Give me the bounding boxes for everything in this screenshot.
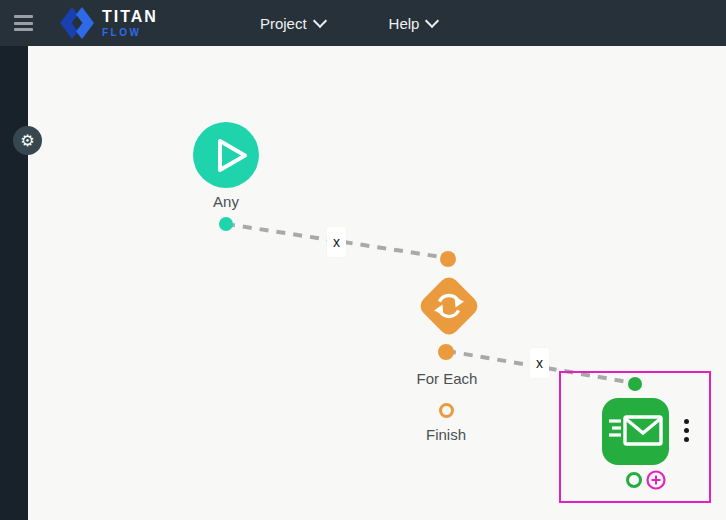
chevron-down-icon: [425, 14, 439, 28]
output-port-email[interactable]: [626, 472, 642, 488]
output-port-start[interactable]: [219, 217, 233, 231]
input-port-email[interactable]: [628, 377, 642, 391]
menu-help-label: Help: [389, 15, 420, 32]
left-sidebar-strip: [0, 46, 28, 520]
titan-diamond-logo-icon: [58, 4, 96, 42]
top-navigation-bar: TITAN FLOW Project Help: [0, 0, 726, 46]
chevron-down-icon: [313, 14, 327, 28]
menu-project[interactable]: Project: [260, 15, 325, 32]
send-email-icon: [602, 398, 669, 465]
menu-help[interactable]: Help: [389, 15, 438, 32]
finish-port[interactable]: [439, 403, 454, 418]
output-port-foreach[interactable]: [438, 344, 454, 360]
hamburger-menu-icon[interactable]: [14, 15, 34, 31]
brand-logo: TITAN FLOW: [58, 4, 158, 42]
node-label-foreach: For Each: [397, 370, 497, 387]
delete-connection-button[interactable]: x: [530, 348, 549, 378]
add-connection-plus-button[interactable]: [646, 470, 666, 490]
titan-flow-app: { "topbar": { "brand": { "title": "TITAN…: [0, 0, 726, 520]
delete-connection-button[interactable]: x: [327, 227, 346, 257]
menu-project-label: Project: [260, 15, 307, 32]
settings-gear-button[interactable]: ⚙: [13, 126, 42, 155]
flow-node-foreach[interactable]: [416, 273, 481, 338]
gear-icon: ⚙: [20, 131, 34, 150]
node-label-finish: Finish: [396, 426, 496, 443]
flow-node-send-email[interactable]: [602, 398, 669, 465]
play-icon: [193, 122, 259, 188]
kebab-menu-icon[interactable]: [684, 419, 692, 442]
brand-title: TITAN: [102, 9, 158, 25]
input-port-foreach[interactable]: [440, 251, 456, 267]
flow-node-start[interactable]: [193, 122, 259, 188]
brand-text: TITAN FLOW: [102, 9, 158, 38]
node-label-start: Any: [196, 193, 256, 210]
brand-subtitle: FLOW: [102, 28, 158, 38]
